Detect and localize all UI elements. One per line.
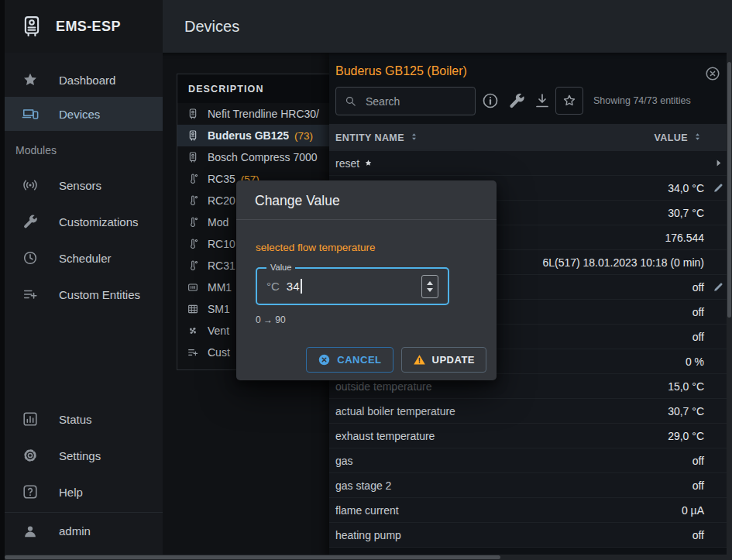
chevron-right-icon[interactable] — [713, 157, 724, 169]
entity-value: off — [692, 306, 704, 318]
sidebar-item-help[interactable]: Help — [5, 475, 163, 509]
device-name: Nefit Trendline HRC30/ — [208, 108, 319, 120]
cancel-button[interactable]: CANCEL — [306, 347, 393, 373]
entity-value: off — [692, 479, 704, 492]
sidebar-item-devices[interactable]: Devices — [5, 97, 163, 131]
info-icon[interactable] — [481, 91, 500, 110]
entity-value: 176.544 — [665, 232, 704, 244]
boiler-icon — [187, 129, 199, 142]
column-entity-name: ENTITY NAME — [335, 132, 404, 143]
wrench-icon[interactable] — [507, 91, 526, 110]
entity-name: heating pump — [335, 529, 401, 541]
vertical-scrollbar-thumb[interactable] — [727, 62, 731, 318]
favorite-star-icon — [364, 159, 373, 167]
device-entity-count: (73) — [294, 130, 313, 142]
entity-row: flame current0 µA — [329, 498, 732, 523]
value-current: 34 — [287, 280, 300, 293]
entity-row: exhaust temperature29,0 °C — [329, 424, 732, 448]
entity-value: 30,7 °C — [668, 207, 704, 219]
warning-icon — [413, 353, 426, 366]
showing-entities-text: Showing 74/73 entities — [593, 95, 691, 106]
edit-value-icon[interactable] — [712, 181, 725, 194]
close-icon[interactable] — [704, 65, 721, 82]
column-value: VALUE — [655, 132, 688, 143]
entity-name: outside temperature — [335, 380, 432, 393]
value-stepper[interactable] — [421, 275, 438, 298]
entity-value: 34,0 °C — [668, 182, 704, 194]
page-title: Devices — [184, 0, 239, 53]
sort-icon[interactable] — [692, 132, 703, 144]
sidebar-item-status[interactable]: Status — [5, 402, 163, 436]
sidebar-item-label: Sensors — [59, 179, 101, 192]
entity-name: exhaust temperature — [335, 430, 435, 442]
step-down-icon[interactable] — [427, 288, 433, 292]
entity-value: off — [692, 281, 704, 294]
device-name: RC35 — [208, 173, 235, 185]
download-icon[interactable] — [533, 91, 552, 110]
playlist-add-icon — [22, 286, 39, 303]
value-input[interactable]: Value °C 34 — [256, 267, 449, 305]
entity-value: off — [692, 455, 704, 467]
entity-value: off — [692, 529, 704, 541]
sidebar-item-customizations[interactable]: Customizations — [5, 204, 163, 239]
sidebar-item-sensors[interactable]: Sensors — [5, 168, 163, 202]
update-button[interactable]: UPDATE — [401, 347, 486, 373]
star-icon — [22, 71, 39, 88]
entity-value: off — [692, 331, 704, 343]
sidebar-item-dashboard[interactable]: Dashboard — [5, 63, 163, 97]
edit-value-icon[interactable] — [712, 280, 725, 294]
sidebar-item-settings[interactable]: Settings — [5, 438, 163, 472]
bar-chart-icon — [22, 411, 39, 428]
search-icon — [344, 94, 357, 108]
device-name: Vent — [208, 325, 229, 337]
thermostat-icon — [187, 216, 199, 228]
device-name: Bosch Compress 7000 — [208, 151, 318, 163]
horizontal-scrollbar[interactable] — [0, 555, 732, 560]
sensors-icon — [22, 177, 39, 194]
sidebar-item-label: Scheduler — [59, 252, 112, 265]
sidebar-section-modules: Modules — [15, 144, 57, 156]
entity-name: reset — [335, 157, 373, 170]
top-bar: EMS-ESP Devices — [0, 0, 732, 53]
sort-icon[interactable] — [409, 132, 419, 144]
app-root: EMS-ESP Devices Dashboard Devices Module… — [0, 0, 732, 560]
boiler-icon — [187, 151, 199, 163]
entity-row: heating pumpoff — [329, 523, 732, 548]
step-up-icon[interactable] — [427, 281, 433, 285]
sidebar-item-label: Devices — [59, 108, 100, 121]
list-icon — [187, 346, 199, 359]
value-range-hint: 0 → 90 — [256, 314, 286, 325]
vertical-scrollbar[interactable] — [727, 53, 732, 560]
boiler-icon — [187, 108, 199, 120]
horizontal-scrollbar-thumb[interactable] — [5, 555, 500, 559]
entity-value: 30,7 °C — [668, 405, 704, 417]
device-name: SM1 — [208, 303, 230, 315]
sidebar-item-custom-entities[interactable]: Custom Entities — [5, 277, 163, 311]
search-input[interactable] — [364, 94, 464, 108]
thermostat-icon — [187, 259, 199, 272]
sidebar-item-label: Custom Entities — [59, 288, 140, 301]
thermostat-icon — [187, 194, 199, 207]
device-name: RC31 — [208, 259, 235, 272]
text-caret — [301, 279, 302, 294]
sidebar-item-admin[interactable]: admin — [5, 512, 163, 549]
sidebar-item-scheduler[interactable]: Scheduler — [5, 241, 163, 275]
clock-icon — [22, 249, 39, 266]
solar-icon — [187, 303, 199, 315]
entity-row: reset — [329, 151, 732, 176]
dialog-entity-label: selected flow temperature — [256, 242, 376, 253]
app-title: EMS-ESP — [56, 19, 121, 35]
entity-value: 15,0 °C — [668, 380, 704, 393]
cancel-button-label: CANCEL — [337, 354, 381, 366]
favorites-filter-button[interactable] — [555, 87, 583, 115]
device-name: Buderus GB125 — [208, 129, 289, 142]
sidebar-item-label: Settings — [59, 449, 101, 462]
entity-value: 6L(517) 18.01.2023 10:18 (0 min) — [542, 256, 704, 269]
entity-value: 0 µA — [682, 504, 704, 517]
logo-area: EMS-ESP — [5, 0, 163, 53]
entity-value: 29,0 °C — [668, 430, 704, 442]
search-box[interactable] — [335, 87, 476, 115]
value-unit: °C — [266, 280, 280, 293]
entity-name: gas stage 2 — [335, 479, 391, 492]
entity-row: actual boiler temperature30,7 °C — [329, 399, 732, 424]
